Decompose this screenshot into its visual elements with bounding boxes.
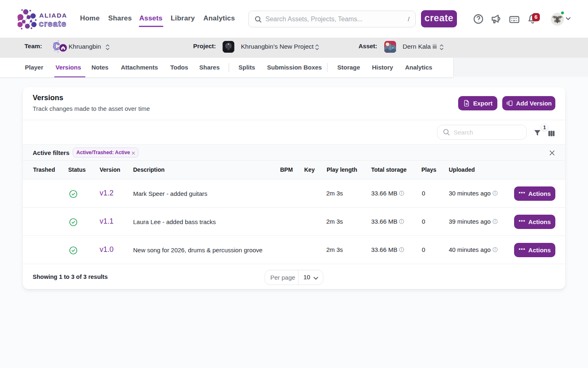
svg-text:ALIADA: ALIADA: [39, 12, 67, 19]
svg-text:C: C: [53, 40, 60, 53]
svg-text:create: create: [39, 19, 67, 28]
